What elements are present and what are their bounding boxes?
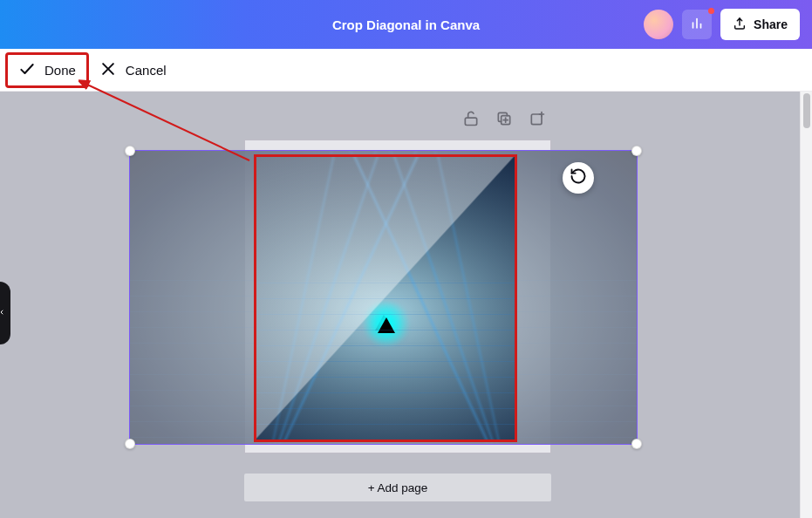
add-page-label: + Add page: [368, 481, 428, 494]
resize-handle-bottom-right[interactable]: [631, 439, 642, 449]
resize-handle-top-right[interactable]: [631, 146, 642, 156]
avatar[interactable]: [644, 10, 673, 39]
done-label: Done: [44, 63, 76, 78]
check-icon: [18, 60, 36, 80]
cancel-button[interactable]: Cancel: [89, 55, 177, 85]
done-button[interactable]: Done: [5, 52, 89, 88]
cancel-label: Cancel: [126, 63, 167, 78]
duplicate-button[interactable]: [495, 112, 513, 129]
insights-button[interactable]: [682, 10, 712, 39]
project-title: Crop Diagonal in Canva: [332, 17, 480, 32]
rotate-button[interactable]: [563, 162, 594, 194]
resize-handle-bottom-left[interactable]: [125, 439, 135, 449]
vertical-scrollbar[interactable]: [800, 92, 812, 518]
svg-rect-10: [531, 114, 542, 125]
rotate-icon: [570, 167, 587, 188]
side-panel-toggle[interactable]: [0, 282, 10, 344]
upload-icon: [733, 17, 747, 33]
unlock-icon: [462, 110, 480, 131]
unlock-button[interactable]: [462, 112, 480, 129]
chart-icon: [689, 15, 705, 34]
share-button[interactable]: Share: [720, 9, 800, 40]
page-actions: [462, 112, 546, 129]
diagonal-mask-overlay: [256, 157, 515, 440]
close-icon: [99, 60, 117, 80]
crop-window-highlight[interactable]: [254, 154, 517, 442]
add-page-icon-button[interactable]: [529, 112, 546, 129]
crop-toolbar: Done Cancel: [0, 49, 812, 92]
add-page-icon: [529, 110, 546, 131]
copy-icon: [495, 110, 513, 131]
chevron-left-icon: [0, 305, 5, 321]
add-page-button[interactable]: + Add page: [244, 474, 551, 501]
svg-rect-6: [465, 118, 476, 125]
share-label: Share: [754, 17, 788, 31]
app-header: Crop Diagonal in Canva Share: [0, 0, 812, 49]
resize-handle-top-left[interactable]: [125, 146, 135, 156]
